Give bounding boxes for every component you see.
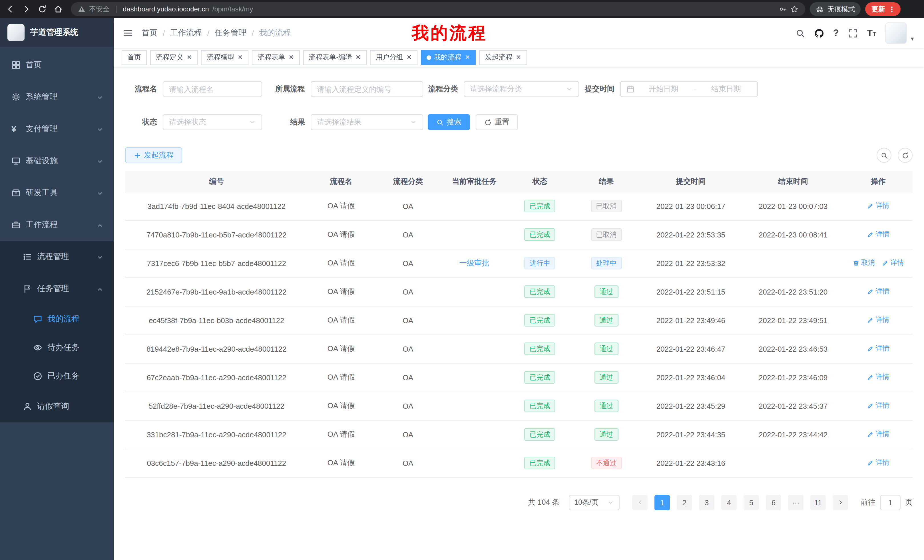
user-menu[interactable]: ▼: [885, 22, 915, 44]
close-icon[interactable]: ✕: [465, 54, 470, 60]
sidebar-item-task-management[interactable]: 任务管理: [0, 273, 114, 305]
breadcrumb-item[interactable]: 首页: [142, 28, 158, 38]
navbar: 首页/工作流程/任务管理/我的流程 我的流程 ? TT ▼: [114, 18, 924, 48]
tab-用户分组[interactable]: 用户分组✕: [370, 50, 417, 65]
category-select[interactable]: 请选择流程分类: [464, 81, 579, 97]
github-icon[interactable]: [814, 28, 824, 38]
cancel-action-link[interactable]: 取消: [853, 258, 875, 268]
sidebar-item-home[interactable]: 首页: [0, 49, 114, 81]
tab-label: 发起流程: [485, 52, 513, 62]
column-header: 提交时间: [639, 171, 742, 192]
tab-流程表单-编辑[interactable]: 流程表单-编辑✕: [303, 50, 366, 65]
detail-action-link[interactable]: 详情: [867, 458, 890, 468]
page-size-select[interactable]: 10条/页: [568, 495, 620, 510]
status-select[interactable]: 请选择状态: [163, 114, 262, 130]
process-id-input[interactable]: [310, 81, 423, 97]
close-icon[interactable]: ✕: [187, 54, 192, 60]
status-badge: 已完成: [525, 428, 555, 441]
back-icon[interactable]: [6, 4, 15, 14]
tab-发起流程[interactable]: 发起流程✕: [479, 50, 527, 65]
page-button-11[interactable]: 11: [810, 495, 826, 510]
page-button-1[interactable]: 1: [654, 495, 670, 510]
prev-page-button[interactable]: [632, 495, 648, 510]
browser-menu-icon[interactable]: ⋮: [888, 5, 896, 13]
detail-action-link[interactable]: 详情: [867, 315, 890, 325]
sidebar-item-done-task[interactable]: 已办任务: [0, 362, 114, 391]
filter-time-label: 提交时间: [579, 84, 620, 94]
row-end-time: 2022-01-22 23:44:42: [742, 420, 844, 449]
result-badge: 通过: [594, 343, 618, 355]
reset-button[interactable]: 重置: [476, 114, 518, 130]
close-icon[interactable]: ✕: [289, 54, 294, 60]
detail-action-link[interactable]: 详情: [867, 344, 890, 353]
detail-action-link[interactable]: 详情: [867, 373, 890, 382]
app-logo[interactable]: 芋道管理系统: [0, 18, 114, 47]
close-icon[interactable]: ✕: [238, 54, 243, 60]
hamburger-icon[interactable]: [123, 28, 133, 38]
sidebar-item-leave-query[interactable]: 请假查询: [0, 391, 114, 422]
detail-action-link[interactable]: 详情: [867, 230, 890, 240]
next-page-button[interactable]: [832, 495, 848, 510]
refresh-table-button[interactable]: [898, 148, 913, 163]
sidebar-item-my-process[interactable]: 我的流程: [0, 305, 114, 333]
close-icon[interactable]: ✕: [406, 54, 412, 60]
sidebar-item-todo-task[interactable]: 待办任务: [0, 333, 114, 362]
update-button[interactable]: 更新 ⋮: [865, 2, 901, 16]
tab-首页[interactable]: 首页: [122, 50, 147, 65]
page-button-2[interactable]: 2: [677, 495, 692, 510]
row-category: OA: [374, 306, 442, 334]
sidebar-item-system-management[interactable]: 系统管理: [0, 81, 114, 113]
tab-流程表单[interactable]: 流程表单✕: [252, 50, 300, 65]
bookmark-star-icon[interactable]: [790, 5, 798, 13]
page-button-3[interactable]: 3: [699, 495, 714, 510]
result-badge: 通过: [594, 314, 618, 326]
row-task: [442, 220, 507, 249]
table-row: 67c2eaab-7b9a-11ec-a290-acde48001122OA 请…: [125, 363, 913, 392]
breadcrumb-item[interactable]: 任务管理: [215, 28, 247, 38]
goto-page-input[interactable]: [880, 495, 901, 510]
detail-action-link[interactable]: 详情: [867, 201, 890, 211]
font-size-icon[interactable]: TT: [867, 28, 876, 38]
home-icon[interactable]: [54, 4, 63, 14]
address-bar[interactable]: 不安全 dashboard.yudao.iocoder.cn/bpm/task/…: [71, 2, 805, 16]
password-key-icon[interactable]: [779, 5, 787, 13]
fullscreen-icon[interactable]: [848, 28, 858, 38]
result-select[interactable]: 请选择流结果: [310, 114, 423, 130]
toggle-search-button[interactable]: [877, 148, 891, 163]
close-icon[interactable]: ✕: [516, 54, 521, 60]
close-icon[interactable]: ✕: [356, 54, 361, 60]
submit-time-range-picker[interactable]: 开始日期 - 结束日期: [620, 81, 758, 97]
detail-action-link[interactable]: 详情: [867, 401, 890, 411]
row-name: OA 请假: [308, 420, 374, 449]
detail-action-link[interactable]: 详情: [882, 258, 904, 268]
sidebar-item-process-management[interactable]: 流程管理: [0, 241, 114, 273]
forward-icon[interactable]: [22, 4, 31, 14]
page-button-5[interactable]: 5: [744, 495, 759, 510]
sidebar-item-dev-tools[interactable]: 研发工具: [0, 177, 114, 209]
page-button-6[interactable]: 6: [766, 495, 781, 510]
tab-我的流程[interactable]: 我的流程✕: [421, 50, 476, 65]
sidebar-item-infrastructure[interactable]: 基础设施: [0, 145, 114, 177]
sidebar-item-workflow[interactable]: 工作流程: [0, 209, 114, 241]
header-search-icon[interactable]: [795, 28, 805, 38]
breadcrumb-item[interactable]: 工作流程: [170, 28, 202, 38]
tab-流程模型[interactable]: 流程模型✕: [201, 50, 248, 65]
detail-action-link[interactable]: 详情: [867, 430, 890, 439]
tab-流程定义[interactable]: 流程定义✕: [150, 50, 198, 65]
reload-icon[interactable]: [38, 4, 47, 14]
process-name-input[interactable]: [163, 81, 262, 97]
create-process-button[interactable]: 发起流程: [125, 147, 182, 163]
search-button[interactable]: 搜索: [428, 114, 470, 130]
detail-action-link[interactable]: 详情: [867, 287, 890, 296]
row-end-time: 2022-01-23 00:07:03: [742, 192, 844, 220]
row-id: 03c6c157-7b9a-11ec-a290-acde48001122: [125, 449, 308, 477]
status-badge: 已完成: [525, 285, 555, 298]
docs-question-icon[interactable]: ?: [833, 27, 839, 39]
column-header: 当前审批任务: [442, 171, 507, 192]
more-pages-button[interactable]: ···: [788, 495, 804, 510]
result-badge: 通过: [594, 371, 618, 383]
page-button-4[interactable]: 4: [721, 495, 736, 510]
current-task-link[interactable]: 一级审批: [459, 259, 489, 267]
row-actions: 详情: [844, 306, 913, 334]
sidebar-item-payment-management[interactable]: ¥支付管理: [0, 113, 114, 145]
